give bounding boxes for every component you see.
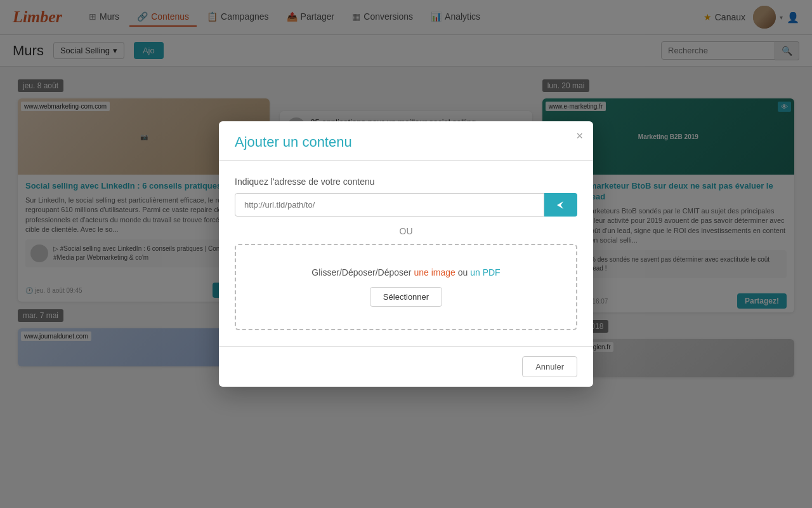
drop-zone[interactable]: Glisser/Déposer/Déposer une image ou un …: [235, 244, 577, 330]
select-button[interactable]: Sélectionner: [370, 287, 442, 307]
url-input[interactable]: [235, 193, 544, 217]
url-row: [235, 193, 577, 217]
url-field-label: Indiquez l'adresse de votre contenu: [235, 177, 577, 187]
modal-overlay[interactable]: Ajouter un contenu × Indiquez l'adresse …: [0, 0, 812, 508]
pdf-link[interactable]: un PDF: [470, 267, 500, 277]
modal-close-button[interactable]: ×: [576, 130, 583, 142]
modal-add-content: Ajouter un contenu × Indiquez l'adresse …: [219, 121, 593, 387]
cancel-button[interactable]: Annuler: [522, 356, 577, 377]
modal-footer: Annuler: [219, 346, 593, 387]
url-submit-button[interactable]: [544, 193, 577, 217]
send-icon: [556, 200, 566, 210]
image-link[interactable]: une image: [414, 267, 455, 277]
modal-title: Ajouter un contenu: [235, 134, 577, 150]
drop-zone-text: Glisser/Déposer/Déposer une image ou un …: [249, 267, 563, 277]
or-divider: OU: [235, 226, 577, 236]
modal-header: Ajouter un contenu ×: [219, 121, 593, 161]
modal-body: Indiquez l'adresse de votre contenu OU G…: [219, 161, 593, 346]
